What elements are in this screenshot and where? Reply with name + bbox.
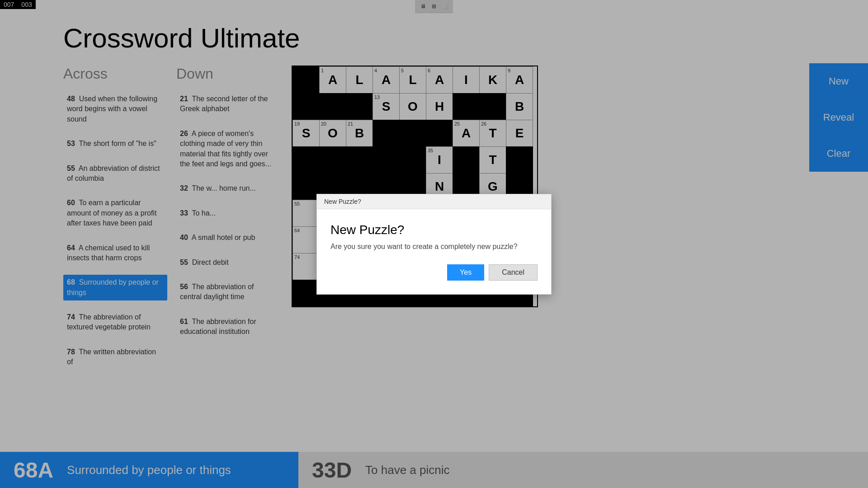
modal-yes-button[interactable]: Yes <box>447 264 484 281</box>
modal-heading: New Puzzle? <box>330 223 538 237</box>
new-puzzle-modal: New Puzzle? New Puzzle? Are you sure you… <box>316 194 552 295</box>
modal-cancel-button[interactable]: Cancel <box>489 264 538 281</box>
modal-buttons: Yes Cancel <box>330 264 538 285</box>
modal-title-bar: New Puzzle? <box>317 194 551 209</box>
modal-text: Are you sure you want to create a comple… <box>330 243 538 251</box>
modal-overlay: New Puzzle? New Puzzle? Are you sure you… <box>0 0 868 488</box>
